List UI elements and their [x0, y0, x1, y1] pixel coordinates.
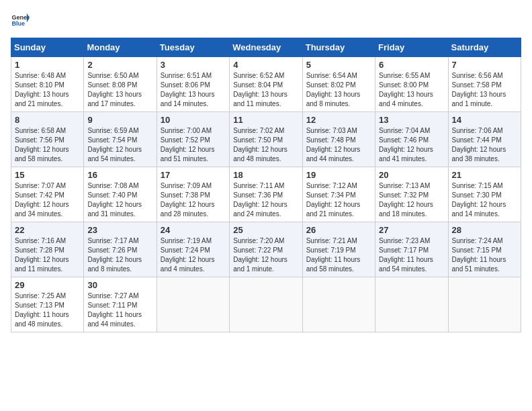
calendar-day-cell: 27 Sunrise: 7:23 AM Sunset: 7:17 PM Dayl…	[375, 222, 448, 277]
calendar-day-cell	[302, 277, 375, 332]
day-number: 7	[452, 60, 517, 70]
day-number: 8	[15, 115, 80, 125]
calendar-day-cell: 21 Sunrise: 7:15 AM Sunset: 7:30 PM Dayl…	[448, 167, 521, 222]
day-info: Sunrise: 7:21 AM Sunset: 7:19 PM Dayligh…	[306, 236, 371, 274]
calendar-day-cell: 19 Sunrise: 7:12 AM Sunset: 7:34 PM Dayl…	[302, 167, 375, 222]
day-info: Sunrise: 7:00 AM Sunset: 7:52 PM Dayligh…	[161, 126, 226, 164]
calendar-day-cell: 7 Sunrise: 6:56 AM Sunset: 7:58 PM Dayli…	[448, 57, 521, 112]
day-number: 25	[233, 225, 298, 235]
day-number: 10	[161, 115, 226, 125]
svg-text:Blue: Blue	[11, 20, 25, 27]
calendar-week-row: 15 Sunrise: 7:07 AM Sunset: 7:42 PM Dayl…	[11, 167, 521, 222]
calendar-day-cell: 13 Sunrise: 7:04 AM Sunset: 7:46 PM Dayl…	[375, 112, 448, 167]
weekday-header: Tuesday	[157, 38, 229, 57]
day-info: Sunrise: 6:54 AM Sunset: 8:02 PM Dayligh…	[306, 71, 371, 109]
day-info: Sunrise: 7:17 AM Sunset: 7:26 PM Dayligh…	[87, 236, 152, 274]
calendar-day-cell	[375, 277, 448, 332]
calendar-day-cell: 20 Sunrise: 7:13 AM Sunset: 7:32 PM Dayl…	[375, 167, 448, 222]
calendar-day-cell: 17 Sunrise: 7:09 AM Sunset: 7:38 PM Dayl…	[157, 167, 229, 222]
weekday-header: Monday	[84, 38, 157, 57]
calendar-day-cell: 11 Sunrise: 7:02 AM Sunset: 7:50 PM Dayl…	[230, 112, 302, 167]
calendar-day-cell: 26 Sunrise: 7:21 AM Sunset: 7:19 PM Dayl…	[302, 222, 375, 277]
calendar-week-row: 8 Sunrise: 6:58 AM Sunset: 7:56 PM Dayli…	[11, 112, 521, 167]
logo: General Blue	[11, 11, 30, 30]
calendar-week-row: 29 Sunrise: 7:25 AM Sunset: 7:13 PM Dayl…	[11, 277, 521, 332]
calendar-day-cell: 18 Sunrise: 7:11 AM Sunset: 7:36 PM Dayl…	[230, 167, 302, 222]
calendar-day-cell: 29 Sunrise: 7:25 AM Sunset: 7:13 PM Dayl…	[11, 277, 84, 332]
calendar-day-cell: 28 Sunrise: 7:24 AM Sunset: 7:15 PM Dayl…	[448, 222, 521, 277]
day-info: Sunrise: 6:52 AM Sunset: 8:04 PM Dayligh…	[233, 71, 298, 109]
calendar-day-cell: 23 Sunrise: 7:17 AM Sunset: 7:26 PM Dayl…	[84, 222, 157, 277]
calendar-day-cell: 9 Sunrise: 6:59 AM Sunset: 7:54 PM Dayli…	[84, 112, 157, 167]
day-number: 28	[452, 225, 517, 235]
day-number: 1	[15, 60, 80, 70]
weekday-header: Friday	[375, 38, 448, 57]
calendar-day-cell: 1 Sunrise: 6:48 AM Sunset: 8:10 PM Dayli…	[11, 57, 84, 112]
calendar-day-cell: 15 Sunrise: 7:07 AM Sunset: 7:42 PM Dayl…	[11, 167, 84, 222]
logo-icon: General Blue	[11, 11, 30, 30]
day-number: 12	[306, 115, 371, 125]
calendar-day-cell: 16 Sunrise: 7:08 AM Sunset: 7:40 PM Dayl…	[84, 167, 157, 222]
day-info: Sunrise: 7:27 AM Sunset: 7:11 PM Dayligh…	[87, 291, 152, 329]
day-info: Sunrise: 6:55 AM Sunset: 8:00 PM Dayligh…	[379, 71, 444, 109]
calendar-day-cell: 22 Sunrise: 7:16 AM Sunset: 7:28 PM Dayl…	[11, 222, 84, 277]
calendar-day-cell: 10 Sunrise: 7:00 AM Sunset: 7:52 PM Dayl…	[157, 112, 229, 167]
day-info: Sunrise: 6:59 AM Sunset: 7:54 PM Dayligh…	[87, 126, 152, 164]
day-info: Sunrise: 7:08 AM Sunset: 7:40 PM Dayligh…	[87, 181, 152, 219]
page-header: General Blue	[11, 11, 521, 30]
day-info: Sunrise: 7:16 AM Sunset: 7:28 PM Dayligh…	[15, 236, 80, 274]
day-number: 4	[233, 60, 298, 70]
day-info: Sunrise: 7:13 AM Sunset: 7:32 PM Dayligh…	[379, 181, 444, 219]
day-number: 11	[233, 115, 298, 125]
day-info: Sunrise: 7:15 AM Sunset: 7:30 PM Dayligh…	[452, 181, 517, 219]
calendar-day-cell: 2 Sunrise: 6:50 AM Sunset: 8:08 PM Dayli…	[84, 57, 157, 112]
day-number: 14	[452, 115, 517, 125]
calendar-day-cell: 6 Sunrise: 6:55 AM Sunset: 8:00 PM Dayli…	[375, 57, 448, 112]
weekday-header: Saturday	[448, 38, 521, 57]
day-number: 24	[161, 225, 226, 235]
day-number: 9	[87, 115, 152, 125]
day-number: 30	[87, 280, 152, 290]
calendar-header-row: SundayMondayTuesdayWednesdayThursdayFrid…	[11, 38, 521, 57]
day-info: Sunrise: 7:24 AM Sunset: 7:15 PM Dayligh…	[452, 236, 517, 274]
day-info: Sunrise: 7:02 AM Sunset: 7:50 PM Dayligh…	[233, 126, 298, 164]
day-info: Sunrise: 7:11 AM Sunset: 7:36 PM Dayligh…	[233, 181, 298, 219]
day-number: 20	[379, 170, 444, 180]
day-info: Sunrise: 7:25 AM Sunset: 7:13 PM Dayligh…	[15, 291, 80, 329]
calendar-day-cell: 25 Sunrise: 7:20 AM Sunset: 7:22 PM Dayl…	[230, 222, 302, 277]
calendar-day-cell	[157, 277, 229, 332]
day-number: 13	[379, 115, 444, 125]
calendar-week-row: 22 Sunrise: 7:16 AM Sunset: 7:28 PM Dayl…	[11, 222, 521, 277]
weekday-header: Sunday	[11, 38, 84, 57]
day-info: Sunrise: 7:03 AM Sunset: 7:48 PM Dayligh…	[306, 126, 371, 164]
calendar-day-cell: 14 Sunrise: 7:06 AM Sunset: 7:44 PM Dayl…	[448, 112, 521, 167]
day-info: Sunrise: 6:50 AM Sunset: 8:08 PM Dayligh…	[87, 71, 152, 109]
calendar-day-cell: 30 Sunrise: 7:27 AM Sunset: 7:11 PM Dayl…	[84, 277, 157, 332]
day-number: 2	[87, 60, 152, 70]
day-number: 29	[15, 280, 80, 290]
day-info: Sunrise: 7:09 AM Sunset: 7:38 PM Dayligh…	[161, 181, 226, 219]
day-info: Sunrise: 6:51 AM Sunset: 8:06 PM Dayligh…	[161, 71, 226, 109]
day-number: 22	[15, 225, 80, 235]
weekday-header: Thursday	[302, 38, 375, 57]
day-number: 23	[87, 225, 152, 235]
day-number: 15	[15, 170, 80, 180]
calendar-day-cell	[448, 277, 521, 332]
day-number: 26	[306, 225, 371, 235]
calendar-day-cell: 3 Sunrise: 6:51 AM Sunset: 8:06 PM Dayli…	[157, 57, 229, 112]
day-info: Sunrise: 6:58 AM Sunset: 7:56 PM Dayligh…	[15, 126, 80, 164]
calendar-day-cell: 8 Sunrise: 6:58 AM Sunset: 7:56 PM Dayli…	[11, 112, 84, 167]
day-number: 27	[379, 225, 444, 235]
calendar-day-cell	[230, 277, 302, 332]
day-number: 21	[452, 170, 517, 180]
day-number: 6	[379, 60, 444, 70]
day-number: 3	[161, 60, 226, 70]
day-info: Sunrise: 6:48 AM Sunset: 8:10 PM Dayligh…	[15, 71, 80, 109]
day-number: 17	[161, 170, 226, 180]
weekday-header: Wednesday	[230, 38, 302, 57]
day-info: Sunrise: 7:04 AM Sunset: 7:46 PM Dayligh…	[379, 126, 444, 164]
day-number: 19	[306, 170, 371, 180]
day-number: 5	[306, 60, 371, 70]
day-info: Sunrise: 6:56 AM Sunset: 7:58 PM Dayligh…	[452, 71, 517, 109]
calendar-day-cell: 5 Sunrise: 6:54 AM Sunset: 8:02 PM Dayli…	[302, 57, 375, 112]
